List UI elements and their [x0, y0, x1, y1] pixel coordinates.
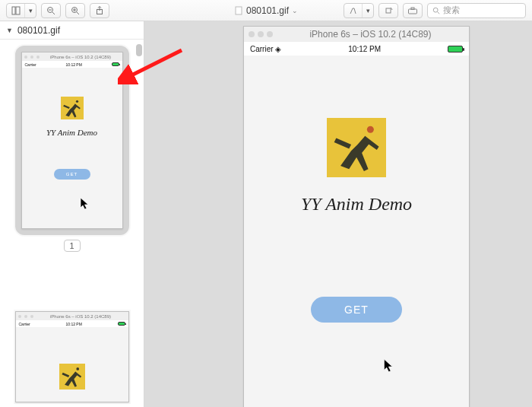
canvas-area[interactable]: iPhone 6s – iOS 10.2 (14C89) Carrier ◈ 1…	[144, 21, 532, 407]
search-field[interactable]: 搜索	[427, 3, 526, 18]
svg-point-17	[76, 100, 78, 102]
thumbnail-sim-1: iPhone 6s – iOS 10.2 (14C89) Carrier 10:…	[21, 52, 123, 229]
toolbar: ▾ ▾ 搜索	[0, 0, 532, 21]
status-bar: Carrier 10:12 PM	[22, 61, 122, 68]
rotate-icon	[384, 6, 393, 15]
svg-point-19	[367, 126, 374, 133]
svg-rect-1	[16, 7, 20, 14]
zoom-in-icon	[71, 6, 80, 15]
frame-thumbnail-2[interactable]: iPhone 6s – iOS 10.2 (14C89) Carrier 10:…	[15, 311, 129, 402]
sidebar-filename: 080101.gif	[17, 25, 60, 36]
battery-icon	[448, 46, 463, 52]
get-button[interactable]: GET	[311, 297, 402, 323]
traffic-lights	[24, 56, 40, 59]
sidebar-file-header[interactable]: ▼ 080101.gif	[0, 21, 144, 40]
rotate-button[interactable]	[378, 3, 398, 18]
svg-line-3	[52, 12, 55, 14]
thumbnails-sidebar: ▼ 080101.gif iPhone 6s – iOS 10.2 (14C89…	[0, 21, 144, 407]
search-icon	[432, 7, 440, 14]
carrier-label: Carrier ◈	[250, 45, 281, 53]
status-bar: Carrier 10:12 PM	[16, 320, 128, 327]
search-placeholder: 搜索	[443, 5, 460, 16]
frame-thumbnail-1[interactable]: iPhone 6s – iOS 10.2 (14C89) Carrier 10:…	[15, 46, 129, 235]
toolbox-icon	[407, 6, 418, 15]
clock-label: 10:12 PM	[348, 45, 381, 53]
sim-window-titlebar: iPhone 6s – iOS 10.2 (14C89)	[16, 312, 128, 320]
app-logo	[59, 364, 85, 390]
app-logo	[327, 118, 386, 177]
sidebar-scrollbar[interactable]	[136, 44, 142, 56]
page-number-badge[interactable]: 1	[64, 240, 81, 252]
svg-line-15	[438, 11, 440, 14]
share-button[interactable]	[90, 3, 109, 18]
svg-line-6	[77, 12, 79, 14]
get-button: GET	[54, 169, 90, 180]
thumbnail-sim-2: iPhone 6s – iOS 10.2 (14C89) Carrier 10:…	[15, 311, 129, 402]
disclosure-triangle-icon[interactable]: ▼	[6, 27, 13, 34]
svg-rect-11	[386, 8, 391, 13]
zoom-in-button[interactable]	[65, 3, 85, 18]
wifi-icon: ◈	[275, 45, 281, 53]
svg-point-18	[77, 367, 80, 370]
status-bar: Carrier ◈ 10:12 PM	[244, 42, 469, 56]
thumbnail-view-icon[interactable]	[7, 4, 25, 17]
sim-window-titlebar: iPhone 6s – iOS 10.2 (14C89)	[244, 27, 469, 42]
app-title: YY Anim Demo	[301, 194, 412, 215]
svg-rect-13	[411, 8, 414, 10]
share-icon	[95, 6, 104, 15]
zoom-out-icon	[46, 6, 55, 15]
app-title: YY Anim Demo	[46, 128, 97, 137]
app-logo	[61, 97, 84, 119]
dropdown-chevron-icon[interactable]: ▾	[363, 4, 373, 17]
markup-segmented[interactable]: ▾	[344, 3, 374, 18]
sidebar-view-segmented[interactable]: ▾	[6, 3, 36, 18]
main-preview: iPhone 6s – iOS 10.2 (14C89) Carrier ◈ 1…	[243, 26, 470, 407]
battery-icon	[118, 322, 125, 326]
traffic-lights	[249, 31, 273, 37]
cursor-icon	[80, 197, 90, 211]
sim-device-label: iPhone 6s – iOS 10.2 (14C89)	[277, 29, 464, 40]
svg-point-14	[433, 8, 438, 12]
dropdown-chevron-icon[interactable]: ▾	[25, 4, 36, 17]
cursor-icon	[383, 358, 395, 374]
traffic-lights	[18, 315, 33, 318]
battery-icon	[112, 62, 119, 66]
zoom-out-button[interactable]	[41, 3, 61, 18]
markup-icon[interactable]	[344, 4, 363, 17]
edit-toolbar-button[interactable]	[403, 3, 423, 18]
sim-window-titlebar: iPhone 6s – iOS 10.2 (14C89)	[22, 52, 122, 61]
svg-rect-0	[12, 7, 15, 14]
